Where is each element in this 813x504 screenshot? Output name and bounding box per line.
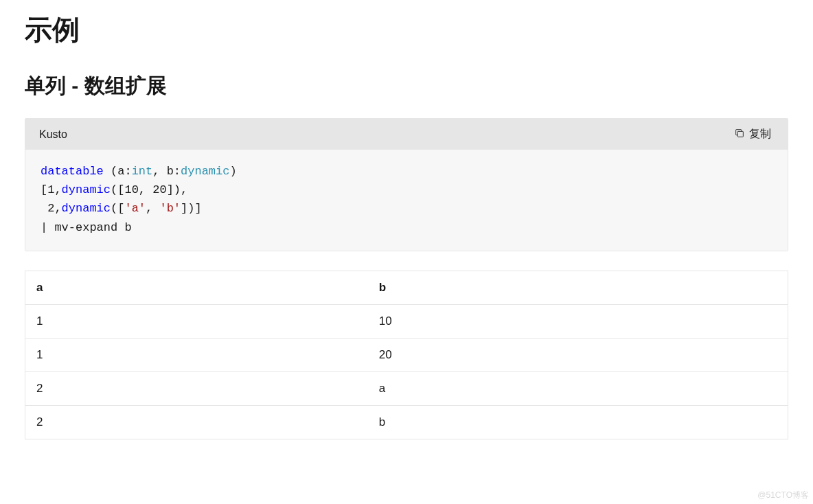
svg-rect-0 [737, 131, 743, 137]
code-body: datatable (a:int, b:dynamic) [1,dynamic(… [25, 150, 788, 251]
code-token-kw: dynamic [62, 202, 111, 215]
copy-icon [734, 128, 745, 141]
table-cell: 10 [368, 304, 788, 338]
table-cell: 1 [25, 338, 368, 371]
table-cell: 2 [25, 405, 368, 439]
code-token-kw: datatable [41, 165, 104, 178]
table-head: ab [25, 271, 788, 304]
code-token-str: 'a' [124, 202, 146, 215]
code-header: Kusto 复制 [25, 119, 788, 150]
code-token-num: 2 [47, 202, 54, 215]
table-cell: 20 [368, 338, 788, 371]
table-cell: a [368, 371, 788, 405]
column-header: b [368, 271, 788, 304]
table-row: 2a [25, 371, 788, 405]
code-block: Kusto 复制 datatable (a:int, b:dynamic) [1… [25, 118, 788, 251]
result-table: ab 1101202a2b [25, 271, 788, 439]
code-token-type: dynamic [181, 165, 229, 178]
copy-button-label: 复制 [749, 127, 771, 141]
code-token-num: 1 [47, 183, 54, 196]
code-language-label: Kusto [39, 128, 67, 141]
section-title: 单列 - 数组扩展 [25, 72, 788, 100]
code-token-type: int [132, 165, 153, 178]
table-cell: 2 [25, 371, 368, 405]
table-body: 1101202a2b [25, 304, 788, 439]
table-cell: 1 [25, 304, 368, 338]
code-token-num: 20 [152, 183, 166, 196]
table-cell: b [368, 405, 788, 439]
column-header: a [25, 271, 368, 304]
code-token-str: 'b' [159, 202, 181, 215]
table-row: 110 [25, 304, 788, 338]
code-token-num: 10 [124, 183, 138, 196]
code-token-kw: dynamic [62, 183, 111, 196]
page-title: 示例 [25, 11, 788, 49]
table-row: 2b [25, 405, 788, 439]
table-row: 120 [25, 338, 788, 371]
copy-button[interactable]: 复制 [731, 126, 774, 143]
